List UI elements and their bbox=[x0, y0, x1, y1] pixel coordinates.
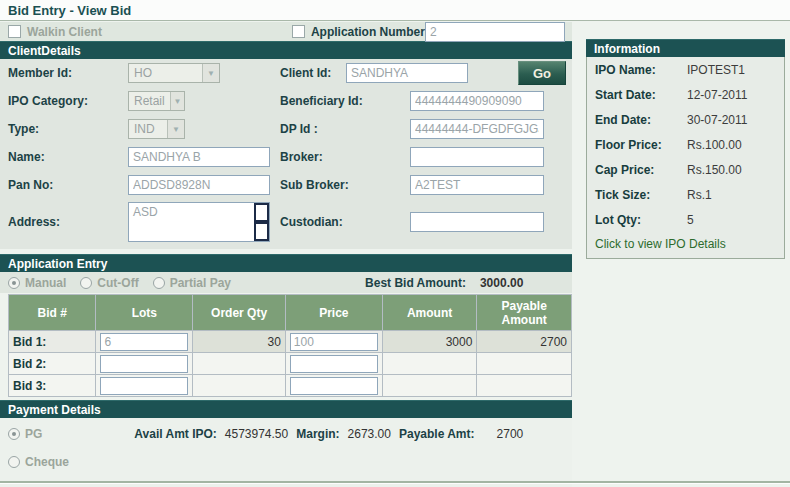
cutoff-radio[interactable] bbox=[80, 277, 92, 289]
client-details-header: ClientDetails bbox=[0, 41, 572, 59]
pan-no-input[interactable] bbox=[128, 175, 270, 195]
scroll-up-button[interactable] bbox=[254, 203, 269, 222]
cheque-radio[interactable] bbox=[8, 456, 20, 468]
walkin-client-checkbox[interactable] bbox=[8, 25, 21, 38]
bid2-amount bbox=[382, 353, 477, 375]
chevron-down-icon: ▼ bbox=[170, 92, 184, 110]
address-label: Address: bbox=[8, 215, 128, 229]
pg-radio[interactable] bbox=[8, 428, 20, 440]
member-id-select[interactable]: HO ▼ bbox=[128, 63, 220, 83]
tick-size-label: Tick Size: bbox=[595, 188, 687, 202]
page-title: Bid Entry - View Bid bbox=[0, 0, 790, 21]
list-item: IPO Name: IPOTEST1 bbox=[587, 57, 784, 82]
bottom-divider bbox=[0, 481, 790, 484]
bid1-price-input[interactable] bbox=[290, 333, 378, 351]
client-id-label: Client Id: bbox=[280, 66, 346, 80]
avail-amt-label: Avail Amt IPO: bbox=[134, 427, 216, 441]
col-header-order-qty: Order Qty bbox=[193, 295, 285, 331]
pan-no-label: Pan No: bbox=[8, 178, 128, 192]
list-item: Tick Size: Rs.1 bbox=[587, 182, 784, 207]
table-row: Bid 3: bbox=[9, 375, 572, 397]
scroll-down-button[interactable] bbox=[254, 222, 269, 241]
type-select[interactable]: IND ▼ bbox=[128, 119, 185, 139]
application-number-input[interactable] bbox=[425, 22, 565, 42]
broker-label: Broker: bbox=[280, 150, 410, 164]
best-bid-amount-label: Best Bid Amount: bbox=[365, 276, 466, 290]
chevron-down-icon: ▼ bbox=[202, 64, 219, 82]
payable-amt-label: Payable Amt: bbox=[399, 427, 475, 441]
beneficiary-id-input[interactable] bbox=[410, 91, 544, 111]
table-row: Bid 1: 30 3000 2700 bbox=[9, 331, 572, 353]
go-button[interactable]: Go bbox=[518, 61, 566, 85]
bid-table-header-row: Bid # Lots Order Qty Price Amount Payabl… bbox=[9, 295, 572, 331]
bid2-price-input[interactable] bbox=[290, 355, 378, 373]
avail-amt-value: 4573974.50 bbox=[225, 427, 288, 441]
start-date-value: 12-07-2011 bbox=[687, 88, 748, 102]
ipo-category-select[interactable]: Retail ▼ bbox=[128, 91, 185, 111]
bid-table: Bid # Lots Order Qty Price Amount Payabl… bbox=[8, 294, 572, 397]
application-entry-header: Application Entry bbox=[0, 254, 572, 272]
end-date-label: End Date: bbox=[595, 113, 687, 127]
lot-qty-label: Lot Qty: bbox=[595, 213, 687, 227]
name-label: Name: bbox=[8, 150, 128, 164]
bid3-price-input[interactable] bbox=[290, 377, 378, 395]
tick-size-value: Rs.1 bbox=[687, 188, 712, 202]
sub-broker-input[interactable] bbox=[410, 175, 544, 195]
broker-input[interactable] bbox=[410, 147, 544, 167]
col-header-lots: Lots bbox=[96, 295, 193, 331]
ipo-name-label: IPO Name: bbox=[595, 63, 687, 77]
view-ipo-details-link[interactable]: Click to view IPO Details bbox=[587, 232, 784, 258]
dp-id-label: DP Id : bbox=[280, 122, 410, 136]
bid2-label: Bid 2: bbox=[9, 353, 96, 375]
information-panel: Information IPO Name: IPOTEST1 Start Dat… bbox=[586, 39, 785, 487]
partial-pay-radio-label: Partial Pay bbox=[170, 276, 231, 290]
floor-price-label: Floor Price: bbox=[595, 138, 687, 152]
start-date-label: Start Date: bbox=[595, 88, 687, 102]
bid3-order-qty bbox=[193, 375, 285, 397]
lot-qty-value: 5 bbox=[687, 213, 694, 227]
information-header: Information bbox=[586, 39, 785, 57]
list-item: Cap Price: Rs.150.00 bbox=[587, 157, 784, 182]
partial-pay-radio[interactable] bbox=[153, 277, 165, 289]
ipo-name-value: IPOTEST1 bbox=[687, 63, 745, 77]
bid-entry-form: Walkin Client Application Number ClientD… bbox=[0, 21, 572, 487]
bid1-label: Bid 1: bbox=[9, 331, 96, 353]
sub-broker-label: Sub Broker: bbox=[280, 178, 410, 192]
beneficiary-id-label: Beneficiary Id: bbox=[280, 94, 410, 108]
dp-id-input[interactable] bbox=[410, 119, 544, 139]
bid3-lots-input[interactable] bbox=[100, 377, 188, 395]
bid2-payable bbox=[477, 353, 572, 375]
bid3-amount bbox=[382, 375, 477, 397]
name-input[interactable] bbox=[128, 147, 270, 167]
manual-radio[interactable] bbox=[8, 277, 20, 289]
bid1-lots-input[interactable] bbox=[100, 333, 188, 351]
col-header-amount: Amount bbox=[382, 295, 477, 331]
type-label: Type: bbox=[8, 122, 128, 136]
bid2-order-qty bbox=[193, 353, 285, 375]
client-id-input[interactable] bbox=[346, 63, 468, 83]
end-date-value: 30-07-2011 bbox=[687, 113, 748, 127]
custodian-input[interactable] bbox=[410, 212, 544, 232]
list-item: Lot Qty: 5 bbox=[587, 207, 784, 232]
cap-price-value: Rs.150.00 bbox=[687, 163, 742, 177]
application-number-checkbox[interactable] bbox=[292, 25, 305, 38]
address-scrollbar bbox=[254, 203, 269, 241]
chevron-down-icon: ▼ bbox=[167, 120, 184, 138]
margin-value: 2673.00 bbox=[348, 427, 391, 441]
list-item: Start Date: 12-07-2011 bbox=[587, 82, 784, 107]
col-header-payable-amount: Payable Amount bbox=[477, 295, 572, 331]
bid1-order-qty: 30 bbox=[193, 331, 285, 353]
member-id-label: Member Id: bbox=[8, 66, 128, 80]
bid2-lots-input[interactable] bbox=[100, 355, 188, 373]
cap-price-label: Cap Price: bbox=[595, 163, 687, 177]
table-row: Bid 2: bbox=[9, 353, 572, 375]
walkin-client-label: Walkin Client bbox=[27, 25, 102, 39]
col-header-bid: Bid # bbox=[9, 295, 96, 331]
margin-label: Margin: bbox=[296, 427, 339, 441]
address-textarea[interactable]: ASD bbox=[128, 202, 270, 242]
bid1-payable: 2700 bbox=[477, 331, 572, 353]
cheque-radio-label: Cheque bbox=[25, 455, 69, 469]
manual-radio-label: Manual bbox=[25, 276, 66, 290]
col-header-price: Price bbox=[285, 295, 382, 331]
payment-details-header: Payment Details bbox=[0, 400, 572, 418]
